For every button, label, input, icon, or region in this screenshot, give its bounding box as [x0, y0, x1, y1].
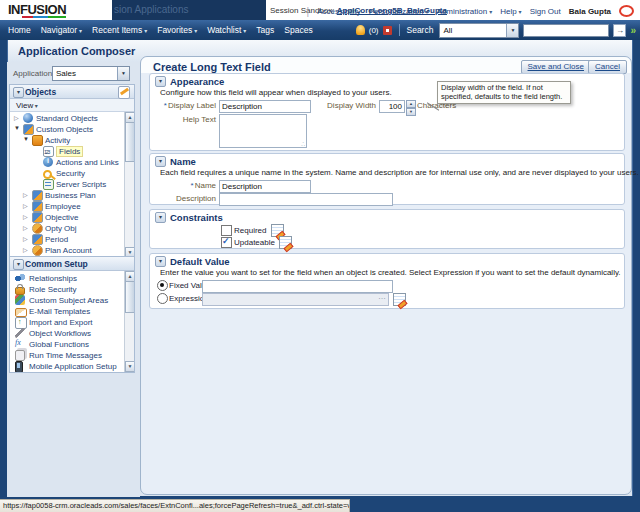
- cs-item-label: Custom Subject Areas: [29, 296, 108, 305]
- nav-watchlist[interactable]: Watchlist: [207, 25, 246, 35]
- spin-up-icon[interactable]: ▲: [406, 100, 416, 108]
- collapse-arrow-icon[interactable]: ▼: [14, 125, 20, 131]
- updateable-label: Updateable: [234, 238, 275, 247]
- alert-count: (0): [369, 26, 379, 35]
- tree-item-server-scripts[interactable]: Server Scripts: [10, 179, 124, 190]
- scrollbar-thumb[interactable]: [125, 122, 134, 162]
- updateable-checkbox[interactable]: [221, 237, 232, 248]
- cs-item-relationships[interactable]: Relationships: [10, 273, 120, 284]
- expression-radio[interactable]: [157, 293, 168, 304]
- flag-icon[interactable]: [383, 26, 392, 35]
- name-input[interactable]: Description: [219, 180, 311, 193]
- tree-item-actions-and-links[interactable]: Actions and Links: [10, 157, 124, 168]
- cs-item-email-templates[interactable]: E-Mail Templates: [10, 306, 120, 317]
- cs-item-mobile-setup[interactable]: Mobile Application Setup: [10, 361, 120, 372]
- search-label: Search: [407, 25, 434, 35]
- tree-item-activity[interactable]: ▼ Activity: [10, 135, 124, 146]
- nav-recent-items[interactable]: Recent Items: [92, 25, 147, 35]
- page-title: Application Composer: [18, 45, 135, 57]
- navbar-search-area: (0) Search All ▼ → »: [356, 20, 636, 40]
- activity-icon: [32, 135, 43, 146]
- nav-tags[interactable]: Tags: [256, 25, 274, 35]
- search-go-button[interactable]: →: [613, 24, 626, 37]
- tree-scrollbar[interactable]: ▲ ▼: [124, 112, 134, 258]
- spin-down-icon[interactable]: ▼: [406, 108, 416, 116]
- scrollbar-thumb[interactable]: [125, 281, 134, 313]
- save-and-close-button[interactable]: Save and Close: [521, 60, 591, 74]
- tree-item-security[interactable]: Security: [10, 168, 124, 179]
- expression-builder-icon[interactable]: [393, 293, 406, 306]
- chevron-down-icon[interactable]: ▼: [506, 24, 518, 37]
- cs-item-label: Global Functions: [29, 340, 89, 349]
- collapse-toggle-icon[interactable]: [155, 256, 166, 267]
- edit-page-icon[interactable]: [118, 86, 130, 99]
- tree-item-label: Objective: [45, 213, 78, 222]
- tree-item-business-plan[interactable]: ▷ Business Plan: [10, 190, 124, 201]
- create-long-text-field-panel: Create Long Text Field Save and Close Ca…: [140, 56, 632, 495]
- search-scope-combobox[interactable]: All ▼: [439, 23, 519, 38]
- search-input[interactable]: [523, 24, 609, 37]
- cs-item-runtime-messages[interactable]: Run Time Messages: [10, 350, 120, 361]
- expand-arrow-icon[interactable]: ▷: [23, 191, 28, 198]
- oracle-chat-icon[interactable]: [619, 5, 634, 17]
- chevron-down-icon[interactable]: ▼: [117, 67, 129, 80]
- cs-item-label: Mobile Application Setup: [29, 362, 117, 371]
- collapse-toggle-icon[interactable]: [155, 156, 166, 167]
- collapse-toggle-icon[interactable]: [13, 259, 24, 270]
- display-width-value[interactable]: 100: [379, 100, 405, 113]
- required-label: Required: [234, 226, 266, 235]
- help-menu[interactable]: Help: [500, 7, 521, 16]
- display-label-input[interactable]: Description: [219, 100, 311, 113]
- help-text-textarea[interactable]: [219, 114, 307, 148]
- collapse-toggle-icon[interactable]: [155, 76, 166, 87]
- display-width-spinner[interactable]: 100 ▲ ▼: [379, 100, 416, 116]
- tree-item-fields[interactable]: Fields: [10, 146, 124, 157]
- default-value-section: Default Value Enter the value you want t…: [149, 253, 625, 309]
- expression-builder-icon[interactable]: [279, 236, 292, 249]
- common-setup-scrollbar[interactable]: ▲ ▼: [124, 271, 134, 372]
- required-checkbox[interactable]: [221, 225, 232, 236]
- expand-arrow-icon[interactable]: ▷: [23, 235, 28, 242]
- sign-out-link[interactable]: Sign Out: [530, 7, 561, 16]
- expand-arrow-icon[interactable]: ▷: [23, 224, 28, 231]
- default-value-section-header: Default Value: [155, 256, 230, 267]
- nav-navigator[interactable]: Navigator: [41, 25, 82, 35]
- collapse-arrow-icon[interactable]: ▼: [23, 136, 29, 142]
- advanced-search-icon[interactable]: »: [630, 25, 636, 36]
- personalization-menu[interactable]: Personalization: [369, 7, 429, 16]
- expand-arrow-icon[interactable]: ▷: [14, 114, 19, 121]
- administration-menu[interactable]: Administration: [436, 7, 492, 16]
- cs-item-role-security[interactable]: Role Security: [10, 284, 120, 295]
- description-input[interactable]: [219, 193, 393, 206]
- cs-item-custom-subject-areas[interactable]: Custom Subject Areas: [10, 295, 120, 306]
- alerts-bell-icon[interactable]: [356, 25, 365, 35]
- accessibility-link[interactable]: Accessibility: [317, 7, 361, 16]
- expand-arrow-icon[interactable]: ▷: [23, 246, 28, 253]
- tree-item-period[interactable]: ▷ Period: [10, 234, 124, 245]
- tree-item-custom-objects[interactable]: ▼ Custom Objects: [10, 124, 124, 135]
- logo-stripe: [22, 16, 66, 18]
- fixed-value-input[interactable]: [202, 280, 393, 293]
- main-navbar: Home Navigator Recent Items Favorites Wa…: [0, 20, 640, 41]
- application-combobox[interactable]: Sales ▼: [52, 66, 130, 81]
- fixed-value-radio[interactable]: [157, 280, 168, 291]
- tree-item-opty-obj[interactable]: ▷ Opty Obj: [10, 223, 124, 234]
- scroll-down-icon[interactable]: ▼: [125, 361, 134, 372]
- nav-favorites[interactable]: Favorites: [157, 25, 197, 35]
- browser-status-bar: https://fap0058-crm.oracleads.com/sales/…: [0, 499, 350, 512]
- nav-spaces[interactable]: Spaces: [284, 25, 312, 35]
- collapse-toggle-icon[interactable]: [155, 212, 166, 223]
- tree-item-label: Activity: [45, 136, 70, 145]
- expand-arrow-icon[interactable]: ▷: [23, 213, 28, 220]
- collapse-toggle-icon[interactable]: [13, 87, 24, 98]
- cs-item-import-export[interactable]: Import and Export: [10, 317, 120, 328]
- tree-item-objective[interactable]: ▷ Objective: [10, 212, 124, 223]
- tree-item-standard-objects[interactable]: ▷ Standard Objects: [10, 113, 124, 124]
- tree-item-employee[interactable]: ▷ Employee: [10, 201, 124, 212]
- expand-arrow-icon[interactable]: ▷: [23, 202, 28, 209]
- cancel-button[interactable]: Cancel: [588, 60, 627, 74]
- nav-home[interactable]: Home: [8, 25, 31, 35]
- cs-item-global-functions[interactable]: Global Functions: [10, 339, 120, 350]
- view-menu-button[interactable]: View: [16, 101, 38, 110]
- cs-item-object-workflows[interactable]: Object Workflows: [10, 328, 120, 339]
